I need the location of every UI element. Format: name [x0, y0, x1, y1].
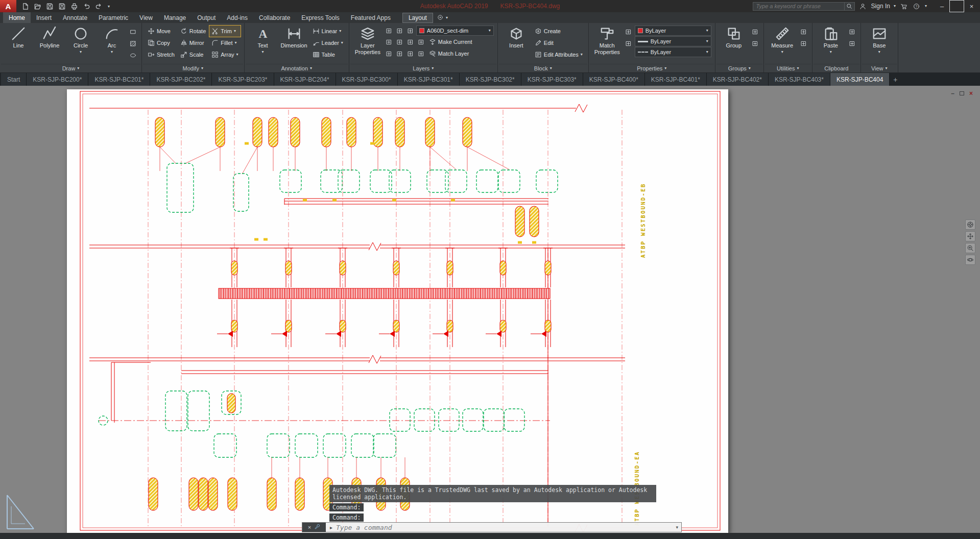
- layerfade-button[interactable]: [395, 49, 404, 59]
- proplist-button[interactable]: [624, 39, 633, 48]
- qat-open-button[interactable]: [32, 1, 43, 11]
- table-button[interactable]: Table: [310, 49, 345, 60]
- drawing-close-button[interactable]: ×: [969, 90, 973, 97]
- polyline-button[interactable]: Polyline: [35, 24, 64, 61]
- hatch-button[interactable]: [128, 39, 138, 48]
- arc-button[interactable]: Arc▾: [97, 24, 127, 61]
- file-tab-ksr-sjp-bc403[interactable]: KSR-SJP-BC403*: [769, 73, 830, 86]
- copyclip-button[interactable]: [847, 39, 857, 48]
- layercolor-button[interactable]: [416, 37, 426, 47]
- qat-undo-button[interactable]: [81, 1, 92, 11]
- measure-button[interactable]: Measure▾: [768, 24, 797, 61]
- panel-label-layers[interactable]: Layers▾: [350, 64, 496, 72]
- group-button[interactable]: Group: [719, 24, 749, 61]
- layer-dropdown[interactable]: A060D_sect-dim▾: [416, 26, 494, 36]
- mirror-button[interactable]: Mirror: [178, 37, 208, 48]
- qat-redo-button[interactable]: [93, 1, 105, 11]
- orbit-button[interactable]: [965, 255, 975, 265]
- autocad-logo-icon[interactable]: A: [0, 0, 16, 12]
- rectangle-button[interactable]: [128, 27, 138, 37]
- circle-button[interactable]: Circle▾: [66, 24, 95, 61]
- app-store-cart-icon[interactable]: [899, 2, 909, 11]
- ribbon-tab-express-tools[interactable]: Express Tools: [296, 12, 345, 23]
- command-close-icon[interactable]: ×: [308, 524, 311, 530]
- command-line[interactable]: × ▸ ▾: [302, 522, 682, 532]
- ribbon-tab-output[interactable]: Output: [192, 12, 221, 23]
- color-dropdown[interactable]: ByLayer▾: [635, 26, 711, 36]
- text-button[interactable]: AText▾: [248, 24, 278, 61]
- help-icon[interactable]: ?: [912, 2, 921, 11]
- sign-in-caret-icon[interactable]: ▾: [894, 4, 896, 8]
- leader-button[interactable]: Leader▾: [310, 37, 345, 48]
- pickcolor-button[interactable]: [624, 27, 633, 37]
- create-button[interactable]: Create: [533, 26, 585, 37]
- line-button[interactable]: Line: [4, 24, 33, 61]
- help-caret-icon[interactable]: ▾: [925, 4, 927, 8]
- minimize-button[interactable]: –: [935, 0, 949, 12]
- file-tab-ksr-sjp-bc200[interactable]: KSR-SJP-BC200*: [27, 73, 88, 86]
- ribbon-tab-add-ins[interactable]: Add-ins: [221, 12, 253, 23]
- layerprev-button[interactable]: [405, 49, 415, 59]
- copy-button[interactable]: Copy: [146, 37, 177, 48]
- file-tab-ksr-sjp-bc201[interactable]: KSR-SJP-BC201*: [88, 73, 150, 86]
- qat-save-button[interactable]: [44, 1, 56, 11]
- panel-label-view[interactable]: View▾: [862, 64, 897, 72]
- qat-plot-button[interactable]: [68, 1, 80, 11]
- make-current-button[interactable]: Make Current: [427, 36, 474, 47]
- fillet-button[interactable]: Fillet▾: [209, 37, 240, 48]
- ribbon-tab-view[interactable]: View: [134, 12, 158, 23]
- layerfreeze-button[interactable]: [405, 26, 415, 36]
- file-tab-ksr-sjp-bc404[interactable]: KSR-SJP-BC404: [830, 73, 890, 86]
- file-tab-ksr-sjp-bc401[interactable]: KSR-SJP-BC401*: [645, 73, 707, 86]
- stretch-button[interactable]: Stretch: [146, 49, 177, 60]
- drawing-minimize-button[interactable]: –: [951, 90, 954, 97]
- panel-label-utilities[interactable]: Utilities▾: [765, 64, 811, 72]
- command-input[interactable]: [336, 524, 668, 531]
- file-tab-ksr-sjp-bc301[interactable]: KSR-SJP-BC301*: [398, 73, 460, 86]
- ribbon-tab-insert[interactable]: Insert: [31, 12, 57, 23]
- file-tab-ksr-sjp-bc402[interactable]: KSR-SJP-BC402*: [707, 73, 769, 86]
- layeriso-button[interactable]: [405, 37, 415, 47]
- panel-label-groups[interactable]: Groups▾: [716, 64, 762, 72]
- ellipse-button[interactable]: [128, 51, 138, 60]
- layer-properties-button[interactable]: Layer Properties: [353, 24, 383, 61]
- linetype-dropdown[interactable]: ByLayer▾: [635, 47, 711, 57]
- layout-context-tab[interactable]: Layout: [402, 13, 433, 23]
- ribbon-tab-annotate[interactable]: Annotate: [57, 12, 93, 23]
- panel-label-draw[interactable]: Draw▾: [1, 64, 140, 72]
- layeroff-button[interactable]: [395, 26, 404, 36]
- quickcalc-button[interactable]: [799, 27, 808, 37]
- file-tab-ksr-sjp-bc202[interactable]: KSR-SJP-BC202*: [150, 73, 212, 86]
- ribbon-cycle-icon[interactable]: [437, 13, 443, 22]
- search-icon[interactable]: [844, 3, 854, 10]
- edit-attributes-button[interactable]: Edit Attributes▾: [533, 49, 585, 60]
- qat-new-button[interactable]: [19, 1, 31, 11]
- ungroup-button[interactable]: [750, 27, 760, 37]
- dimension-button[interactable]: Dimension: [279, 24, 309, 61]
- idpoint-button[interactable]: [799, 39, 808, 48]
- insert-button[interactable]: Insert: [501, 24, 531, 61]
- customize-wrench-icon[interactable]: [315, 524, 320, 531]
- layerwalk-button[interactable]: [384, 49, 394, 59]
- ribbon-tab-home[interactable]: Home: [3, 12, 31, 23]
- panel-label-block[interactable]: Block▾: [499, 64, 587, 72]
- rotate-button[interactable]: Rotate: [178, 26, 208, 37]
- array-button[interactable]: Array▾: [209, 49, 240, 60]
- trim-button[interactable]: Trim▾: [209, 26, 240, 37]
- layerstate-button[interactable]: [384, 26, 394, 36]
- ribbon-tab-manage[interactable]: Manage: [158, 12, 192, 23]
- file-tab-start[interactable]: Start: [1, 73, 27, 86]
- file-tab-ksr-sjp-bc400[interactable]: KSR-SJP-BC400*: [583, 73, 645, 86]
- layermerge-button[interactable]: [416, 49, 426, 59]
- panel-label-modify[interactable]: Modify▾: [143, 64, 243, 72]
- match-properties-button[interactable]: Match Properties: [592, 24, 622, 61]
- drawing-canvas[interactable]: ATBP WESTBOUND-EBATBP WESTBOUND-EA – × A…: [0, 86, 980, 539]
- file-tab-ksr-sjp-bc204[interactable]: KSR-SJP-BC204*: [274, 73, 336, 86]
- ribbon-tab-collaborate[interactable]: Collaborate: [253, 12, 296, 23]
- cutclip-button[interactable]: [847, 27, 857, 37]
- paste-button[interactable]: Paste▾: [816, 24, 846, 61]
- file-tab-ksr-sjp-bc302[interactable]: KSR-SJP-BC302*: [460, 73, 521, 86]
- sign-in-button[interactable]: Sign In: [871, 3, 890, 10]
- panel-label-annotation[interactable]: Annotation▾: [246, 64, 348, 72]
- file-tab-ksr-sjp-bc203[interactable]: KSR-SJP-BC203*: [212, 73, 274, 86]
